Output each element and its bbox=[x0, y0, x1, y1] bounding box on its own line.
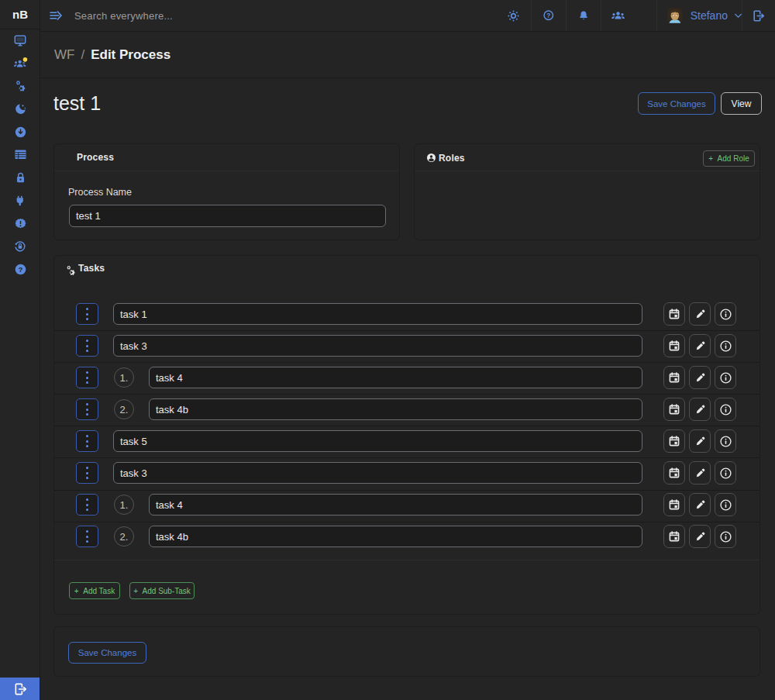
svg-text:?: ? bbox=[546, 12, 550, 19]
svg-text:?: ? bbox=[18, 265, 22, 273]
